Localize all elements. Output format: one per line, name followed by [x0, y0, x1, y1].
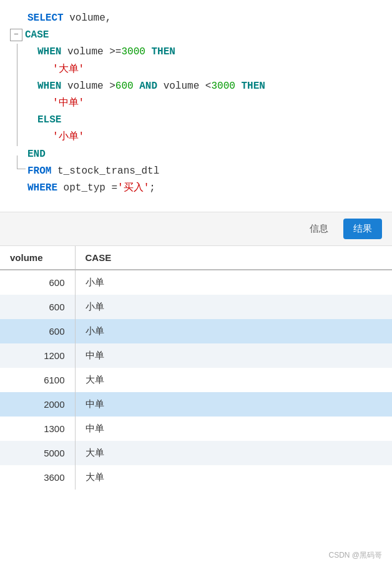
results-section: volume CASE 600小单600小单600小单1200中单6100大单2…: [0, 246, 392, 490]
keyword-when1: WHEN: [37, 44, 61, 61]
table-row: 3600大单: [0, 465, 392, 490]
code-line-10: FROM t_stock_trans_dtl: [10, 163, 382, 180]
code-line-4: '大单': [10, 61, 382, 78]
toolbar: 信息 结果: [0, 212, 392, 246]
results-table: volume CASE 600小单600小单600小单1200中单6100大单2…: [0, 246, 392, 490]
code-line-9: END: [10, 146, 382, 163]
tab-result[interactable]: 结果: [343, 219, 382, 239]
table-row: 1200中单: [0, 343, 392, 368]
cell-volume: 5000: [0, 441, 75, 465]
watermark: CSDN @黑码哥: [328, 550, 382, 561]
code-line-2: − CASE: [10, 27, 382, 44]
cell-volume: 600: [0, 270, 75, 295]
cell-volume: 1300: [0, 417, 75, 441]
keyword-case: CASE: [25, 27, 49, 44]
cell-volume: 6100: [0, 368, 75, 392]
table-header-row: volume CASE: [0, 246, 392, 270]
code-editor: SELECT volume, − CASE WHEN volume >= 300…: [0, 0, 392, 212]
code-line-5: WHEN volume > 600 AND volume < 3000 THEN: [10, 78, 382, 95]
col-volume-header: volume: [0, 246, 75, 270]
code-line-7: ELSE: [10, 112, 382, 129]
col-case-header: CASE: [75, 246, 392, 270]
cell-volume: 600: [0, 319, 75, 343]
code-line-11: WHERE opt_typ = '买入' ;: [10, 180, 382, 197]
code-text: volume,: [64, 10, 112, 27]
code-block: SELECT volume, − CASE WHEN volume >= 300…: [0, 10, 392, 197]
table-row: 600小单: [0, 319, 392, 343]
table-row: 600小单: [0, 295, 392, 319]
table-row: 6100大单: [0, 368, 392, 392]
table-row: 1300中单: [0, 417, 392, 441]
tab-info[interactable]: 信息: [302, 219, 336, 239]
cell-case: 大单: [75, 441, 392, 465]
cell-case: 中单: [75, 343, 392, 368]
cell-case: 中单: [75, 392, 392, 417]
fold-icon[interactable]: −: [10, 29, 22, 41]
cell-case: 小单: [75, 319, 392, 343]
cell-case: 中单: [75, 417, 392, 441]
table-row: 5000大单: [0, 441, 392, 465]
cell-volume: 600: [0, 295, 75, 319]
case-block: WHEN volume >= 3000 THEN '大单' WHEN volum…: [10, 44, 382, 145]
cell-case: 小单: [75, 270, 392, 295]
cell-volume: 2000: [0, 392, 75, 417]
cell-volume: 1200: [0, 343, 75, 368]
code-line-8: '小单': [10, 129, 382, 145]
keyword-select: SELECT: [27, 10, 64, 27]
code-line-6: '中单': [10, 95, 382, 112]
table-row: 2000中单: [0, 392, 392, 417]
table-row: 600小单: [0, 270, 392, 295]
code-line-1: SELECT volume,: [10, 10, 382, 27]
fold-connector: [17, 155, 26, 169]
cell-case: 大单: [75, 368, 392, 392]
cell-case: 小单: [75, 295, 392, 319]
cell-case: 大单: [75, 465, 392, 490]
cell-volume: 3600: [0, 465, 75, 490]
code-line-3: WHEN volume >= 3000 THEN: [10, 44, 382, 61]
